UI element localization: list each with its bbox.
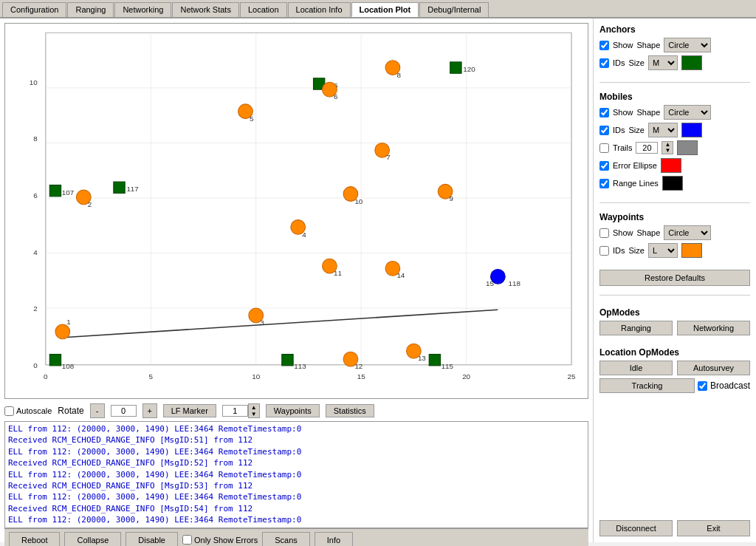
info-btn[interactable]: Info: [315, 532, 353, 546]
waypoints-color-box[interactable]: [681, 243, 702, 258]
only-errors-checkbox[interactable]: [182, 535, 192, 545]
mobiles-trails-row: Trails ▲ ▼: [599, 140, 750, 155]
mobiles-ids-checkbox[interactable]: [599, 126, 609, 135]
lf-marker-input[interactable]: [222, 405, 248, 417]
range-color-box[interactable]: [662, 176, 683, 191]
svg-text:6: 6: [334, 92, 338, 100]
svg-text:117: 117: [126, 185, 138, 193]
mobiles-shape-select[interactable]: CircleSquareTriangle: [664, 105, 711, 120]
svg-text:2: 2: [33, 304, 37, 313]
waypoints-btn[interactable]: Waypoints: [266, 404, 320, 417]
autosurvey-btn[interactable]: Autosurvey: [677, 361, 750, 375]
tab-networking[interactable]: Networking: [114, 2, 171, 17]
svg-text:113: 113: [294, 362, 306, 370]
waypoints-ids-row: IDs Size SML: [599, 243, 750, 258]
error-color-box[interactable]: [661, 158, 681, 173]
lf-marker-spin-btns: ▲ ▼: [248, 403, 260, 418]
waypoints-show-checkbox[interactable]: [599, 228, 609, 238]
trails-color-box[interactable]: [677, 140, 698, 155]
log-line: ELL from 112: (20000, 3000, 1490) LEE:34…: [8, 514, 585, 525]
networking-btn[interactable]: Networking: [677, 321, 750, 335]
ranging-btn[interactable]: Ranging: [599, 321, 673, 335]
log-line: Received RCM_ECHOED_RANGE_INFO [MsgID:54…: [8, 503, 585, 514]
lf-marker-btn[interactable]: LF Marker: [163, 404, 216, 417]
log-line: ELL from 112: (20000, 3000, 1490) LEE:34…: [8, 446, 585, 457]
mobiles-error-row: Error Ellipse: [599, 158, 750, 173]
rotate-value-input[interactable]: [111, 405, 137, 417]
anchors-color-box[interactable]: [681, 55, 702, 70]
restore-defaults-btn[interactable]: Restore Defaults: [599, 270, 750, 286]
tab-location-info[interactable]: Location Info: [288, 2, 351, 17]
waypoints-size-label: Size: [629, 246, 645, 255]
location-opmodes-row2: Tracking Broadcast: [599, 378, 750, 393]
trails-spin: ▲ ▼: [662, 141, 673, 154]
anchors-size-select[interactable]: SML: [648, 55, 678, 70]
tab-location-plot[interactable]: Location Plot: [351, 2, 419, 17]
anchors-title: Anchors: [599, 24, 750, 35]
idle-btn[interactable]: Idle: [599, 361, 673, 375]
mobiles-trails-checkbox[interactable]: [599, 143, 609, 153]
anchors-show-label: Show: [613, 41, 633, 50]
svg-text:5: 5: [250, 115, 254, 123]
mobiles-ids-label: IDs: [613, 126, 625, 134]
svg-text:15: 15: [357, 372, 365, 381]
disconnect-btn[interactable]: Disconnect: [599, 520, 673, 536]
svg-point-67: [55, 324, 70, 339]
mobiles-show-checkbox[interactable]: [599, 108, 609, 117]
log-area[interactable]: ELL from 112: (20000, 3000, 1490) LEE:34…: [4, 421, 588, 528]
svg-text:0: 0: [44, 372, 48, 381]
scans-btn[interactable]: Scans: [262, 532, 310, 546]
lf-marker-down[interactable]: ▼: [249, 411, 259, 417]
trails-down[interactable]: ▼: [662, 148, 673, 154]
anchors-shape-select[interactable]: CircleSquareTriangle: [664, 38, 711, 52]
disable-btn[interactable]: Disable: [126, 532, 178, 546]
svg-text:107: 107: [62, 188, 74, 197]
svg-text:0: 0: [33, 361, 38, 369]
waypoints-ids-checkbox[interactable]: [599, 246, 609, 256]
reboot-btn[interactable]: Reboot: [9, 532, 60, 546]
autoscale-checkbox[interactable]: [4, 406, 14, 416]
anchors-show-checkbox[interactable]: [599, 41, 609, 50]
svg-rect-39: [450, 62, 461, 73]
mobiles-size-select[interactable]: SML: [648, 123, 678, 137]
opmodes-section: OpModes Ranging Networking: [599, 307, 750, 338]
mobiles-range-label: Range Lines: [613, 179, 659, 188]
waypoints-shape-select[interactable]: CircleSquareTriangle: [664, 225, 711, 240]
tab-configuration[interactable]: Configuration: [2, 2, 66, 17]
exit-btn[interactable]: Exit: [677, 520, 750, 536]
tracking-btn[interactable]: Tracking: [599, 378, 695, 393]
broadcast-checkbox[interactable]: [698, 381, 707, 391]
tab-debug-internal[interactable]: Debug/Internal: [419, 2, 489, 17]
svg-rect-31: [49, 355, 61, 366]
anchors-ids-checkbox[interactable]: [599, 58, 609, 68]
tab-location[interactable]: Location: [240, 2, 287, 17]
waypoints-ids-label: IDs: [613, 246, 625, 255]
svg-text:4: 4: [302, 231, 306, 239]
mobiles-error-checkbox[interactable]: [599, 161, 609, 171]
mobiles-title: Mobiles: [599, 92, 750, 102]
tab-ranging[interactable]: Ranging: [67, 2, 114, 17]
svg-text:3: 3: [260, 318, 264, 327]
mobiles-range-checkbox[interactable]: [599, 179, 609, 188]
divider-3: [599, 295, 750, 296]
lf-marker-up[interactable]: ▲: [249, 404, 259, 411]
location-opmodes-title: Location OpModes: [599, 347, 750, 358]
waypoints-size-select[interactable]: SML: [648, 243, 678, 258]
statistics-btn[interactable]: Statistics: [326, 404, 374, 417]
svg-rect-0: [46, 33, 571, 364]
waypoints-show-label: Show: [613, 228, 633, 237]
mobiles-show-label: Show: [613, 108, 633, 117]
tab-bar: Configuration Ranging Networking Network…: [0, 0, 756, 18]
lf-marker-spin: ▲ ▼: [222, 403, 260, 418]
waypoints-show-row: Show Shape CircleSquareTriangle: [599, 225, 750, 240]
rotate-minus-btn[interactable]: -: [90, 403, 105, 418]
mobiles-trails-input[interactable]: [636, 142, 658, 154]
anchors-ids-label: IDs: [613, 58, 625, 67]
mobiles-color-box[interactable]: [681, 123, 702, 137]
tab-network-stats[interactable]: Network Stats: [172, 2, 238, 17]
svg-text:10: 10: [354, 197, 362, 205]
collapse-btn[interactable]: Collapse: [64, 532, 121, 546]
svg-rect-33: [282, 355, 293, 366]
rotate-label: Rotate: [58, 406, 83, 416]
rotate-plus-btn[interactable]: +: [142, 403, 157, 418]
